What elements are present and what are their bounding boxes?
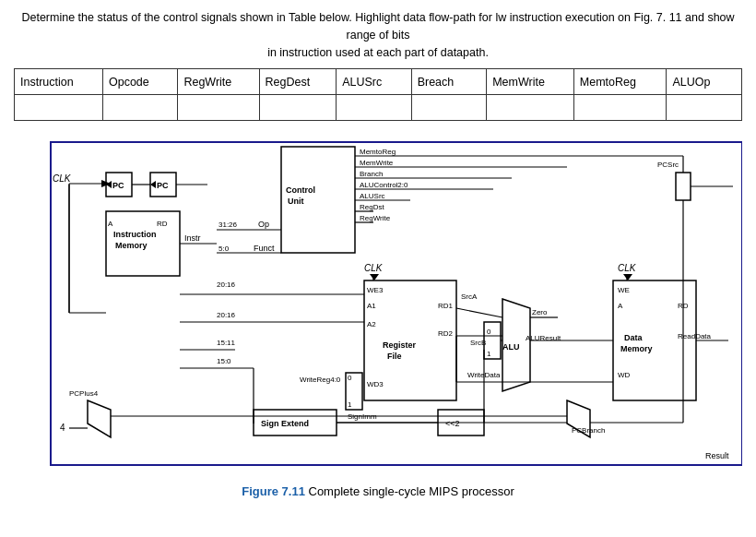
rd2-label: RD2 — [438, 329, 454, 338]
srca-label: SrcA — [461, 292, 478, 301]
control-unit-label2: Unit — [288, 197, 304, 206]
clk-left-label: CLK — [53, 173, 72, 184]
svg-marker-61 — [623, 274, 632, 280]
op-label: Op — [258, 220, 269, 229]
svg-line-39 — [456, 308, 502, 317]
bits-20-16-b: 20:16 — [217, 311, 236, 319]
clk-right-label: CLK — [618, 263, 637, 273]
we3-label: WE3 — [367, 286, 384, 294]
col-aluop: ALUOp — [667, 69, 742, 95]
instr-mem-a: A — [108, 220, 113, 228]
col-memtoreg: MemtoReg — [573, 69, 667, 95]
figure-caption: Figure 7.11 Complete single-cycle MIPS p… — [14, 484, 742, 498]
four-label: 4 — [60, 423, 65, 433]
pcsrc-label: PCSrc — [657, 161, 679, 169]
clk-mid-label: CLK — [364, 263, 384, 273]
wd3-label: WD3 — [367, 380, 384, 388]
instr-mem-rd: RD — [157, 220, 168, 228]
svg-marker-31 — [88, 400, 111, 437]
srcb-mux-1: 1 — [487, 350, 491, 358]
readdata-label: ReadData — [678, 332, 712, 340]
instr-mem-label: Instruction — [113, 230, 157, 239]
pcplus4-label: PCPlus4 — [69, 389, 99, 398]
funct-label: Funct — [254, 244, 275, 253]
pc-label: PC — [112, 181, 124, 190]
alusrc-label: ALUSrc — [360, 192, 385, 200]
col-regwrite: RegWrite — [178, 69, 259, 95]
memwrite-label: MemWrite — [360, 159, 394, 167]
bits-5-0: 5:0 — [219, 245, 230, 253]
rd-right-label: RD — [678, 302, 689, 310]
reg-file-label: Register — [383, 340, 417, 350]
wd3-mux-0: 0 — [348, 374, 352, 382]
regdst-label: RegDst — [360, 203, 384, 211]
alucontrol-label: ALUControl2:0 — [360, 181, 408, 189]
pc2-label: PC — [157, 181, 169, 190]
wd-label: WD — [618, 371, 631, 379]
shift-left-label: <<2 — [445, 419, 460, 428]
bits-15-0: 15:0 — [217, 357, 231, 365]
col-opcode: Opcode — [102, 69, 177, 95]
reg-file-label2: File — [387, 352, 402, 361]
svg-rect-23 — [676, 173, 691, 200]
zero-label: Zero — [532, 308, 548, 316]
data-mem-label2: Memory — [620, 344, 653, 353]
col-regdest: RegDest — [259, 69, 337, 95]
col-memwrite: MemWrite — [487, 69, 574, 95]
regwrite-label: RegWrite — [360, 214, 391, 222]
memtoreg-label: MemtoReg — [360, 148, 396, 156]
alu-result-label: ALUResult — [526, 334, 561, 342]
bits-31-26: 31:26 — [219, 221, 238, 229]
pcbranch-label: PCBranch — [572, 426, 605, 435]
svg-marker-7 — [150, 181, 156, 188]
sign-extend-label: Sign Extend — [261, 419, 309, 428]
result-label: Result — [705, 451, 729, 460]
figure-label: Figure 7.11 — [242, 484, 305, 498]
data-mem-label: Data — [624, 333, 644, 342]
control-table: Instruction Opcode RegWrite RegDest ALUS… — [14, 68, 742, 121]
instr-mem-label2: Memory — [115, 241, 148, 250]
col-breach: Breach — [411, 69, 486, 95]
svg-marker-59 — [370, 274, 379, 280]
a1-label: A1 — [367, 302, 376, 310]
we-label: WE — [618, 286, 630, 294]
table-row — [15, 95, 742, 121]
a-right-label: A — [618, 302, 623, 310]
writereg-label: WriteReg4:0 — [300, 376, 341, 384]
diagram-svg: CLK PC PC Instruction Memory A RD Instr … — [14, 137, 742, 479]
alu-label: ALU — [502, 342, 520, 352]
writedata-label: WriteData — [467, 371, 501, 379]
header-line1: Determine the status of the control sign… — [14, 9, 742, 61]
bits-15-11: 15:11 — [217, 339, 236, 347]
col-instruction: Instruction — [15, 69, 103, 95]
branch-label: Branch — [360, 170, 383, 178]
diagram: CLK PC PC Instruction Memory A RD Instr … — [14, 137, 742, 479]
srcb-mux-0: 0 — [487, 328, 491, 336]
svg-marker-4 — [106, 181, 112, 188]
srcb-label: SrcB — [470, 339, 486, 347]
figure-text: Complete single-cycle MIPS processor — [305, 484, 514, 498]
wd3-mux-1: 1 — [348, 400, 352, 409]
a2-label: A2 — [367, 320, 376, 328]
control-unit-label: Control — [286, 185, 315, 195]
col-alusrc: ALUSrc — [337, 69, 411, 95]
bits-20-16-a: 20:16 — [217, 280, 236, 289]
instr-wire-label: Instr — [184, 233, 201, 243]
signimm-label: SignImm — [348, 412, 377, 421]
rd1-label: RD1 — [438, 302, 454, 310]
